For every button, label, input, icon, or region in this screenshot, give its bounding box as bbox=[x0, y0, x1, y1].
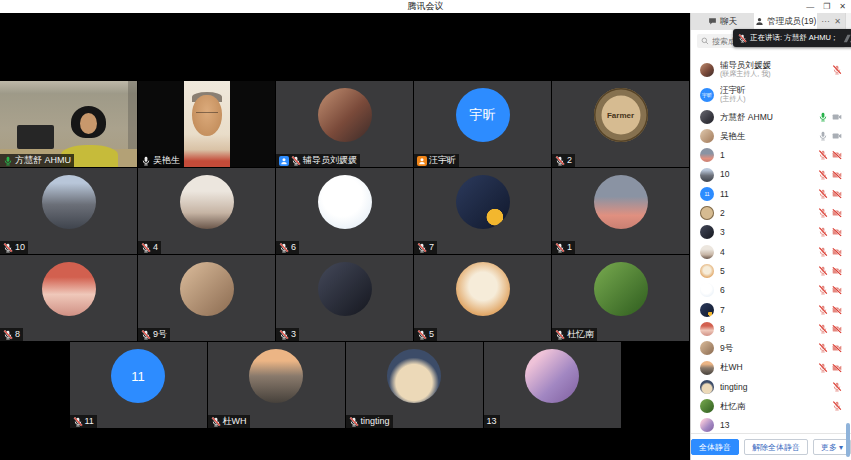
speaking-toast: 正在讲话: 方慧舒 AHMU； bbox=[733, 29, 851, 47]
member-row[interactable]: 1 bbox=[691, 146, 851, 165]
member-name: 8 bbox=[720, 324, 818, 334]
member-row[interactable]: 10 bbox=[691, 165, 851, 184]
member-row[interactable]: 辅导员刘媛媛(联席主持人, 我) bbox=[691, 57, 851, 82]
cohost-badge bbox=[279, 156, 289, 166]
member-row[interactable]: 6 bbox=[691, 281, 851, 300]
video-tile[interactable]: 辅导员刘媛媛 bbox=[276, 81, 413, 167]
tile-name-bar: 吴艳生 bbox=[138, 154, 183, 167]
video-tile[interactable]: 宇昕汪宇昕 bbox=[414, 81, 551, 167]
participant-avatar bbox=[318, 175, 372, 229]
member-row[interactable]: 7 bbox=[691, 300, 851, 319]
participant-avatar bbox=[456, 175, 510, 229]
tile-name-bar: 方慧舒 AHMU bbox=[0, 154, 74, 167]
participant-avatar: Farmer bbox=[594, 88, 648, 142]
member-row[interactable]: 4 bbox=[691, 242, 851, 261]
member-row[interactable]: tingting bbox=[691, 377, 851, 396]
tile-mic-active-icon bbox=[3, 156, 13, 166]
member-row[interactable]: 2 bbox=[691, 203, 851, 222]
member-mic-muted-icon bbox=[818, 285, 828, 295]
member-name: 13 bbox=[720, 420, 842, 430]
member-role: (主持人) bbox=[720, 95, 842, 103]
participant-avatar bbox=[525, 349, 579, 403]
member-avatar bbox=[700, 206, 714, 220]
member-mic-muted-icon bbox=[818, 343, 828, 353]
member-row[interactable]: 杜WH bbox=[691, 358, 851, 377]
tile-name-bar: 6 bbox=[276, 241, 299, 254]
video-tile[interactable]: 9号 bbox=[138, 255, 275, 341]
video-tile[interactable]: 10 bbox=[0, 168, 137, 254]
video-tile[interactable]: 11 11 bbox=[70, 342, 207, 428]
video-tile[interactable]: 杜忆南 bbox=[552, 255, 689, 341]
tile-name-label: 6 bbox=[291, 242, 296, 253]
video-tile[interactable]: 3 bbox=[276, 255, 413, 341]
video-tile[interactable]: tingting bbox=[346, 342, 483, 428]
member-avatar: 11 bbox=[700, 187, 714, 201]
window-titlebar: 腾讯会议 — ❐ ✕ bbox=[0, 0, 851, 13]
tile-mic-muted-icon bbox=[3, 330, 13, 340]
video-tile[interactable]: 杜WH bbox=[208, 342, 345, 428]
video-tile[interactable]: 13 bbox=[484, 342, 621, 428]
member-mic-muted-icon bbox=[818, 247, 828, 257]
video-tile[interactable]: 8 bbox=[0, 255, 137, 341]
participant-avatar bbox=[318, 262, 372, 316]
member-list: 辅导员刘媛媛(联席主持人, 我) 宇昕汪宇昕(主持人)方慧舒 AHMU 吴艳生 … bbox=[691, 52, 851, 434]
host-badge bbox=[417, 156, 427, 166]
member-row[interactable]: 3 bbox=[691, 223, 851, 242]
tile-name-label: 4 bbox=[153, 242, 158, 253]
member-row[interactable]: 方慧舒 AHMU bbox=[691, 107, 851, 126]
video-tile[interactable]: 吴艳生 bbox=[138, 81, 275, 167]
tile-name-label: 吴艳生 bbox=[153, 155, 180, 166]
tile-name-label: 杜WH bbox=[223, 416, 247, 427]
member-row[interactable]: 9号 bbox=[691, 339, 851, 358]
member-row[interactable]: 宇昕汪宇昕(主持人) bbox=[691, 82, 851, 107]
tile-mic-muted-icon bbox=[73, 417, 83, 427]
member-name: 1 bbox=[720, 150, 818, 160]
window-title: 腾讯会议 bbox=[408, 0, 444, 13]
video-tile[interactable]: 方慧舒 AHMU bbox=[0, 81, 137, 167]
mute-all-button[interactable]: 全体静音 bbox=[691, 439, 739, 455]
member-row[interactable]: 杜忆南 bbox=[691, 396, 851, 415]
member-mic-muted-icon bbox=[832, 382, 842, 392]
member-row[interactable]: 8 bbox=[691, 319, 851, 338]
tab-chat-label: 聊天 bbox=[720, 16, 737, 28]
tile-name-bar: tingting bbox=[346, 415, 393, 428]
tab-members-label: 管理成员(19) bbox=[767, 16, 816, 28]
participant-avatar bbox=[387, 349, 441, 403]
tab-manage-members[interactable]: 管理成员(19) bbox=[754, 13, 817, 30]
video-tile[interactable]: 1 bbox=[552, 168, 689, 254]
minimize-button[interactable]: — bbox=[806, 0, 814, 13]
tile-name-bar: 3 bbox=[276, 328, 299, 341]
member-avatar bbox=[700, 129, 714, 143]
scrollbar-thumb[interactable] bbox=[846, 423, 850, 457]
member-camera-muted-icon bbox=[832, 227, 842, 237]
tile-mic-muted-icon bbox=[279, 243, 289, 253]
video-tile[interactable]: 4 bbox=[138, 168, 275, 254]
video-tile[interactable]: 7 bbox=[414, 168, 551, 254]
member-avatar bbox=[700, 361, 714, 375]
tile-mic-muted-icon bbox=[417, 243, 427, 253]
toast-logo-watermark bbox=[841, 33, 851, 44]
tile-name-label: 8 bbox=[15, 329, 20, 340]
tile-mic-muted-icon bbox=[555, 156, 565, 166]
panel-close-button[interactable]: ✕ bbox=[834, 17, 841, 26]
participant-avatar bbox=[180, 175, 234, 229]
member-row[interactable]: 5 bbox=[691, 261, 851, 280]
maximize-button[interactable]: ❐ bbox=[823, 0, 830, 13]
member-avatar bbox=[700, 322, 714, 336]
video-tile[interactable]: 6 bbox=[276, 168, 413, 254]
member-name: 6 bbox=[720, 285, 818, 295]
unmute-all-button[interactable]: 解除全体静音 bbox=[744, 439, 808, 455]
tile-name-label: 3 bbox=[291, 329, 296, 340]
member-row[interactable]: 1111 bbox=[691, 184, 851, 203]
member-row[interactable]: 13 bbox=[691, 416, 851, 434]
tile-name-bar: 7 bbox=[414, 241, 437, 254]
tab-chat[interactable]: 聊天 bbox=[691, 13, 754, 30]
panel-more-button[interactable]: ⋯ bbox=[821, 17, 829, 26]
member-avatar bbox=[700, 380, 714, 394]
video-tile[interactable]: Farmer 2 bbox=[552, 81, 689, 167]
tile-name-label: 汪宇昕 bbox=[429, 155, 456, 166]
participant-avatar bbox=[594, 262, 648, 316]
member-row[interactable]: 吴艳生 bbox=[691, 126, 851, 145]
close-button[interactable]: ✕ bbox=[839, 0, 846, 13]
video-tile[interactable]: 5 bbox=[414, 255, 551, 341]
